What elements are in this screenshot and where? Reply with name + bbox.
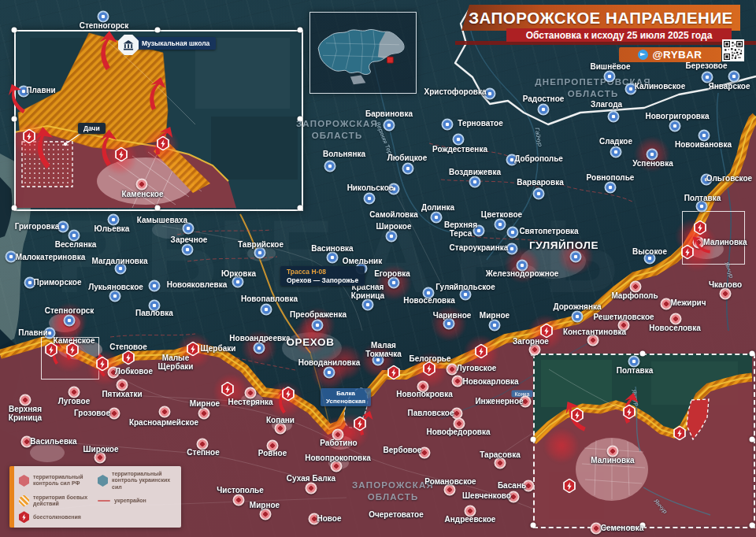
inset-frame-dot [640,351,646,357]
ua-settlement-pin [98,11,109,23]
settlement-label: Гуляйпольское [435,283,495,291]
settlement-label: Новопавловка [241,294,298,303]
settlement-label: Лобковое [115,367,153,376]
ua-settlement-pin [507,227,519,239]
inset-frame-dot [750,437,755,443]
ua-settlement-pin [538,104,550,116]
settlement-label: Рождественка [432,145,487,154]
ua-settlement-pin [702,72,713,83]
settlement-label: Сухая Балка [287,474,335,483]
settlement-label: Басань [498,481,526,490]
inset-frame-dot [155,28,161,33]
settlement-label: Степное [187,448,219,457]
settlement-label: Любицкое [387,154,427,162]
settlement-label: Новопрокоповка [305,454,371,462]
attack-arrow-icon [94,30,123,72]
settlement-label: Грозовое [74,409,110,417]
map-legend: территориальный контроль сил РФ территор… [9,466,181,528]
settlement-label: Заречное [171,235,208,244]
highway-number: Трасса Н-08 [287,268,358,276]
settlement-label: Веселянка [55,240,97,249]
legend-fortified-line-label: укрепрайон [114,498,146,504]
ua-settlement-pin [324,161,336,172]
inset-frame-dot [155,206,161,211]
settlement-label: Широкое [376,222,412,231]
settlement-label: Радостное [523,94,565,103]
inset-malinovka-map [533,354,752,525]
settlement-label: Нестерянка [228,398,272,406]
settlement-label: Плавни [18,328,47,337]
ua-settlement-pin [362,299,374,311]
settlement-label: Вербовое [384,446,422,454]
settlement-label: Вольнянка [323,150,365,158]
settlement-label: Железнодорожное [486,269,559,278]
settlement-label: Староукраинка [450,243,509,252]
inset-frame-dot [12,28,17,33]
ua-settlement-pin [254,343,265,354]
inset-frame-dot [750,351,755,357]
region-label: ЗАПОРОЖСКАЯ ОБЛАСТЬ [352,480,434,503]
rybar-channel-banner[interactable]: @RYBAR [619,47,721,62]
legend-clash-label: боестолкновения [33,514,81,520]
settlement-label: Успеновка [632,159,673,168]
settlement-label: Мирное [480,311,510,320]
settlement-label: Новоандреевка [229,334,290,343]
settlement-label: Чкалово [709,280,742,289]
settlement-label: Январское [708,82,750,91]
settlement-label: Васильевка [30,437,76,446]
legend-ru-control-label: территориальный контроль сил РФ [33,474,98,487]
ua-settlement-pin [431,212,443,224]
settlement-label: Новогригоровка [646,112,710,120]
settlement-label: Терноватое [458,119,502,128]
dacha-callout: Дачи [78,123,106,134]
settlement-label: Омельник [343,257,382,265]
settlement-label: Павловское [407,409,454,417]
ru-settlement-pin [159,406,171,418]
settlement-label: Верхняя Криница [9,405,42,422]
settlement-label: Чаривное [433,311,472,320]
ua-settlement-pin [327,252,339,264]
settlement-label: Барвиновка [365,109,413,118]
ua-settlement-pin [64,315,76,327]
settlement-label: Ровное [258,449,287,457]
settlement-label: Ровнополье [587,173,635,182]
attack-arrow-icon [144,76,170,113]
settlement-label: Широкое [83,445,119,454]
settlement-label: Таврийское [238,240,284,249]
settlement-label: Копани [266,416,295,424]
settlement-label: Ольговское [706,174,752,183]
settlement-label: Щербаки [201,344,236,353]
telegram-icon [638,50,648,60]
settlement-label: Красноармейское [129,418,198,427]
ua-settlement-pin [324,367,335,379]
settlement-label: Константиновка [563,328,626,336]
settlement-label: Полтавка [617,366,654,375]
ua-settlement-pin [386,231,398,243]
settlement-label: Калиновское [635,82,685,91]
settlement-label: Павловка [135,309,173,317]
settlement-label: Новокарловка [463,377,519,386]
ua-settlement-pin [728,71,740,83]
ru-settlement-pin [117,380,128,391]
ru-settlement-pin [260,509,272,520]
inset-frame-dot [531,437,536,443]
settlement-label: Новопокровка [396,390,453,398]
legend-ua-control-swatch [98,475,108,487]
inset-frame-dot [12,206,17,211]
ua-settlement-pin [604,71,616,83]
settlement-label: Доброполье [514,154,563,163]
settlement-label: Вишнёвое [591,62,631,71]
highway-callout: Трасса Н-08 Орехов — Запорожье [280,266,365,286]
settlement-label: Долинка [421,203,454,212]
settlement-label: Самойловка [369,210,417,219]
settlement-label: Дорожнянка [553,302,601,311]
ru-settlement-pin [720,288,732,300]
settlement-label: Малиновка [703,238,747,246]
settlement-label: Новоданиловка [298,358,360,367]
settlement-label: Работино [320,439,357,447]
ru-settlement-pin [136,179,148,191]
inset-frame-dot [12,117,17,122]
settlement-label: Малые Щербаки [158,354,194,371]
region-label: ЗАПОРОЖСКАЯ ОБЛАСТЬ [296,118,378,142]
ukraine-minimap [309,12,417,94]
